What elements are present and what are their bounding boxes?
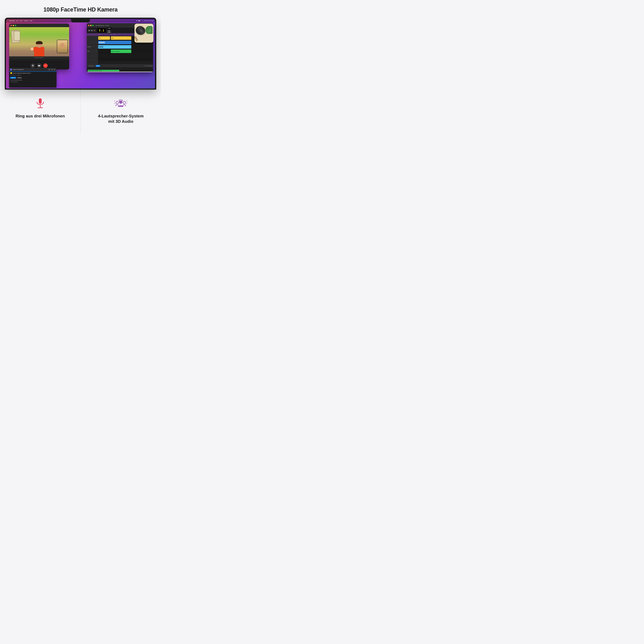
no-regions-label: No Regions selected [9,75,57,76]
timeline-marker-5: 5 [111,34,112,35]
synth-brand: PROPHET [9,56,69,58]
facetime-title-bar [9,24,69,27]
svg-rect-0 [33,65,33,66]
section-verse: Verse [113,34,116,35]
menu-edit[interactable]: Edit [16,20,18,21]
settings-icon[interactable]: ⚙ [51,69,53,71]
region-verse-1[interactable]: Verse [111,36,131,40]
album-art-widget [134,24,153,43]
play-button[interactable]: ▶ [91,29,93,32]
track-row-arp: Classic Analog Pad [98,49,153,54]
synth-short-name: Cosmic Harmony Synth... [9,79,57,81]
svg-marker-3 [39,65,40,66]
facetime-video: PROPHET [9,27,69,62]
time-quantize-label: Time Quantize [9,81,57,83]
logic-minimize-dot[interactable] [90,25,92,26]
menu-bar-right: ▶ ▮▮▮ ≈ ● Mon Jun 6 9:41 AM [137,20,154,21]
logic-close-dot[interactable] [88,25,89,26]
rack-controls: ◎ ⚙ ••• [48,69,56,71]
score-track-bar: Cosmic Harmony Synth Lead 01 [87,69,153,72]
logic-fullscreen-dot[interactable] [92,25,94,26]
rewind-button[interactable]: ⏮ [88,29,90,32]
canvas-art2 [14,31,20,41]
video-icon: ▶ [137,20,137,21]
page-title: 1080p FaceTime HD Kamera [3,6,158,13]
more-icon[interactable]: ••• [53,69,56,71]
self-face [57,40,68,53]
region-intro[interactable]: Intro [98,36,110,40]
svg-point-7 [116,101,119,104]
track-headers: Hi Hat Arp [87,36,98,64]
search-icon[interactable]: ● [143,20,143,21]
bpm-sig-group: 128 4/4 Amaj [107,27,111,33]
camera-button[interactable] [37,63,41,68]
track-header-2 [87,40,98,45]
piano-roll-tab[interactable]: Piano Roll [88,65,94,67]
logic-lower-pane: Piano Roll Score Grid: 1/16 Note 1 2 [87,64,153,72]
end-call-button[interactable] [43,63,48,68]
bpm-display: 128 [107,27,111,30]
track-header-1 [87,36,98,40]
menu-help[interactable]: Help [30,20,32,21]
track-row-hihat [98,45,153,49]
facetime-window: PROPHET [9,24,69,69]
time-sig-display: 4/4 Amaj [107,30,111,33]
left-hand [31,47,34,51]
region-hihat[interactable] [98,45,131,49]
record-button[interactable]: ⏺ [93,29,96,32]
menu-window[interactable]: Window [24,20,28,21]
track-name-row: Cosmic Harmony Synth Lead 01 [9,72,57,75]
menu-bar-left:  FaceTime Edit Video Window Help [7,20,32,21]
fullscreen-dot[interactable] [15,25,16,26]
album-art-visual [134,24,153,43]
bottom-section: Ring aus drei Mikrofonen [0,90,161,134]
timeline-marker-7: 7 [125,34,125,35]
tab-region[interactable]: Region [10,77,16,79]
score-region-bar: 1 2 [87,68,153,69]
minimize-dot[interactable] [13,25,14,26]
bottom-panel-mic: Ring aus drei Mikrofonen [0,90,81,134]
menu-app-name[interactable]: FaceTime [9,20,15,21]
score-region-green[interactable]: Cosmic Harmony Synth Lead 01 [88,70,119,71]
menu-video[interactable]: Video [20,20,23,21]
person-head [36,41,42,48]
track-header-5 [87,54,98,58]
section-intro: Intro [99,34,101,35]
keyboard-synth: PROPHET [9,56,69,62]
waveform-hihat [98,46,131,48]
tab-notes[interactable]: Notes [17,77,22,79]
mic-button[interactable] [31,63,35,68]
waveform-1 [98,41,131,44]
score-tab[interactable]: Score [96,65,100,67]
track-header-arp: Arp [87,49,98,54]
bottom-panel-speaker: 4-Lautsprecher-System mit 3D Audio [81,90,161,134]
plugin-name-label: Classic Analog Pad [13,69,24,70]
wifi-icon: ≈ [141,20,142,21]
score-region-label: Cosmic Harmony Synth Lead 01 [88,70,102,71]
page-wrapper: 1080p FaceTime HD Kamera  FaceTime Edit… [0,0,161,134]
rack-header: T Classic Analog Pad ◎ ⚙ ••• [9,68,57,71]
track-row-5 [98,54,153,57]
close-dot[interactable] [10,25,12,26]
battery-icon: ▮▮▮ [138,20,140,21]
region-arp[interactable]: Classic Analog Pad [111,50,131,53]
region-blue-1[interactable] [98,41,131,44]
menu-clock: Mon Jun 6 9:41 AM [144,20,154,21]
speaker-icon [114,98,127,110]
score-area: 𝄞 ♯♯♯ 44 ♩ ♪ ♩ ♪ ♩ | [87,72,153,72]
plugin-icon-synth: T [10,69,12,71]
vinyl-label-2 [140,30,142,32]
apple-logo-icon:  [7,20,8,21]
speaker-label: 4-Lautsprecher-System mit 3D Audio [98,113,144,124]
macbook-chin [6,88,155,90]
svg-rect-2 [38,65,39,66]
top-section: 1080p FaceTime HD Kamera [0,0,161,16]
logic-title: My Greatest Hit - Tracks [95,25,109,26]
self-video-content [57,40,68,53]
notch [71,19,90,22]
headphones-icon[interactable]: ◎ [48,69,50,71]
track-header-hihat: Hi Hat [87,45,98,49]
macbook-frame:  FaceTime Edit Video Window Help ▶ ▮▮▮ … [5,18,156,90]
plants-group [145,24,153,34]
logic-lower-header: Piano Roll Score Grid: 1/16 Note [87,64,153,68]
